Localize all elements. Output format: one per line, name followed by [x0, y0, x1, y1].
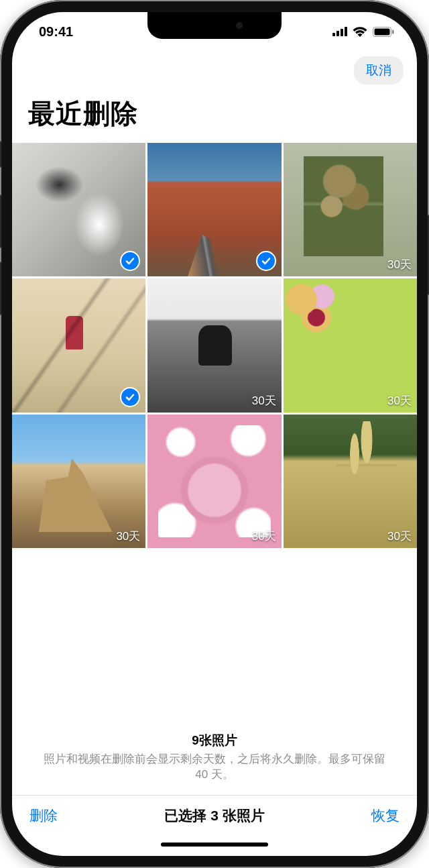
battery-icon — [373, 27, 394, 37]
bottom-toolbar: 删除 已选择 3 张照片 恢复 — [12, 795, 417, 833]
volume-up — [0, 195, 1, 248]
screen: 09:41 取消 最近删除 30天30天30天30天30天30天 9张照片 照片… — [12, 12, 417, 856]
page-title: 最近删除 — [12, 87, 417, 143]
status-time: 09:41 — [39, 24, 73, 40]
svg-rect-2 — [341, 29, 343, 36]
recover-button[interactable]: 恢复 — [371, 806, 400, 825]
photo-thumbnail[interactable] — [12, 278, 145, 412]
days-remaining-badge: 30天 — [116, 529, 140, 544]
home-indicator[interactable] — [12, 833, 417, 856]
days-remaining-badge: 30天 — [252, 529, 276, 544]
days-remaining-badge: 30天 — [387, 529, 412, 544]
svg-rect-0 — [332, 33, 335, 36]
svg-rect-1 — [336, 31, 339, 36]
photo-thumbnail[interactable] — [12, 143, 145, 276]
photo-thumbnail[interactable] — [147, 143, 281, 276]
volume-down — [0, 262, 1, 315]
spacer — [12, 548, 417, 732]
cellular-icon — [332, 27, 347, 36]
photo-thumbnail[interactable]: 30天 — [147, 278, 281, 412]
svg-rect-3 — [345, 27, 347, 36]
nav-bar: 取消 — [12, 51, 417, 87]
delete-button[interactable]: 删除 — [29, 806, 58, 825]
iphone-frame: 09:41 取消 最近删除 30天30天30天30天30天30天 9张照片 照片… — [0, 0, 429, 868]
days-remaining-badge: 30天 — [252, 393, 276, 409]
photo-thumbnail[interactable]: 30天 — [284, 278, 417, 412]
photo-count: 9张照片 — [39, 732, 390, 749]
days-remaining-badge: 30天 — [387, 257, 412, 272]
photo-thumbnail[interactable]: 30天 — [147, 415, 281, 548]
photo-grid: 30天30天30天30天30天30天 — [12, 143, 417, 548]
photo-thumbnail[interactable]: 30天 — [12, 415, 145, 548]
wifi-icon — [353, 26, 367, 37]
mute-switch — [0, 141, 1, 168]
checkmark-icon — [256, 251, 276, 271]
photo-thumbnail[interactable]: 30天 — [284, 415, 417, 548]
checkmark-icon — [120, 387, 140, 407]
svg-rect-6 — [392, 30, 394, 34]
retention-description: 照片和视频在删除前会显示剩余天数，之后将永久删除。最多可保留 40 天。 — [39, 752, 390, 783]
selection-status: 已选择 3 张照片 — [164, 806, 264, 825]
status-indicators — [332, 26, 394, 37]
days-remaining-badge: 30天 — [387, 393, 412, 409]
photo-thumbnail[interactable]: 30天 — [284, 143, 417, 276]
svg-rect-5 — [375, 28, 390, 35]
cancel-button[interactable]: 取消 — [354, 56, 404, 85]
notch — [147, 12, 282, 39]
footer-info: 9张照片 照片和视频在删除前会显示剩余天数，之后将永久删除。最多可保留 40 天… — [12, 732, 417, 795]
